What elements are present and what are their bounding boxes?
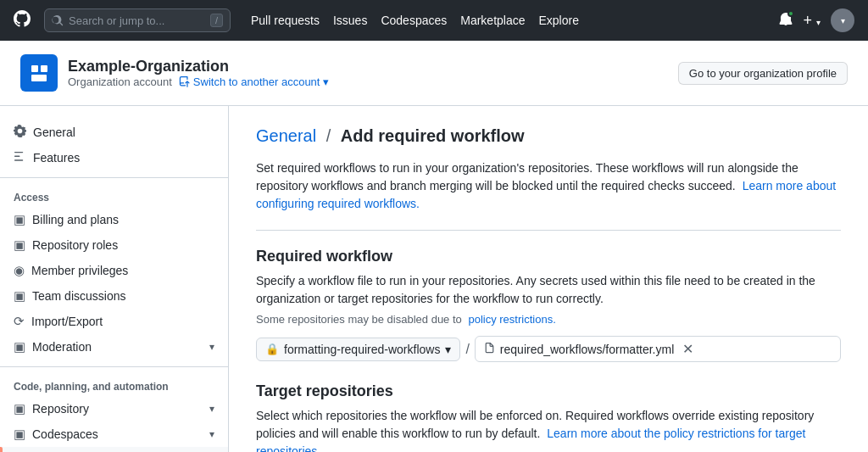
repo-roles-icon: ▣	[14, 237, 25, 253]
topnav-links: Pull requests Issues Codespaces Marketpl…	[251, 14, 579, 27]
sidebar-item-features[interactable]: Features	[0, 145, 228, 170]
workflow-selector: 🔒 formatting-required-workflows ▾ / requ…	[256, 336, 841, 362]
billing-icon: ▣	[14, 212, 25, 227]
sidebar-item-general[interactable]: General	[0, 120, 228, 145]
switch-account-label: Switch to another account	[193, 75, 320, 88]
workflow-file-path: required_workflows/formatter.yml	[500, 343, 674, 356]
sidebar-general-label: General	[33, 126, 75, 139]
workflow-file-input[interactable]: required_workflows/formatter.yml ✕	[475, 336, 841, 362]
org-avatar	[20, 54, 58, 92]
lock-icon: 🔒	[265, 343, 279, 355]
target-repos-section: Target repositories Select which reposit…	[256, 382, 841, 452]
import-export-icon: ⟳	[14, 314, 25, 329]
codespaces-icon: ▣	[14, 427, 25, 442]
org-type: Organization account	[68, 75, 172, 88]
sidebar-item-team-disc[interactable]: ▣ Team discussions	[0, 283, 228, 309]
nav-issues[interactable]: Issues	[333, 14, 367, 27]
sidebar-item-codespaces[interactable]: ▣ Codespaces ▾	[0, 421, 228, 447]
sidebar-features-label: Features	[33, 151, 80, 165]
required-workflow-title: Required workflow	[256, 248, 841, 265]
page-desc-text: Set required workflows to run in your or…	[256, 161, 798, 193]
nav-codespaces[interactable]: Codespaces	[381, 14, 447, 27]
sidebar-item-import-export[interactable]: ⟳ Import/Export	[0, 309, 228, 334]
file-icon	[484, 343, 495, 356]
sidebar-item-member-priv[interactable]: ◉ Member privileges	[0, 258, 228, 283]
sidebar-access-section: Access	[0, 185, 228, 207]
search-bar[interactable]: Search or jump to... /	[44, 8, 231, 32]
target-repos-title: Target repositories	[256, 382, 841, 400]
required-workflow-desc: Specify a workflow file to run in your r…	[256, 272, 841, 308]
workflow-repo-dropdown[interactable]: 🔒 formatting-required-workflows ▾	[256, 338, 460, 361]
moderation-icon: ▣	[14, 339, 25, 354]
sidebar-repo-roles-label: Repository roles	[32, 238, 118, 252]
repository-chevron-icon: ▾	[209, 403, 214, 415]
member-priv-icon: ◉	[14, 263, 25, 278]
moderation-chevron-icon: ▾	[209, 341, 214, 353]
main-body: General Features Access ▣ Billing and pl…	[0, 106, 868, 452]
breadcrumb: General / Add required workflow	[256, 126, 841, 146]
features-icon	[14, 150, 26, 165]
policy-note: Some repositories may be disabled due to…	[256, 313, 841, 326]
breadcrumb-current: Add required workflow	[341, 126, 525, 145]
topnav-right: + ▾ ▾	[779, 8, 854, 32]
search-slash: /	[210, 14, 223, 27]
org-profile-button[interactable]: Go to your organization profile	[678, 62, 848, 85]
workflow-dropdown-chevron: ▾	[445, 343, 451, 356]
sidebar-codespaces-label: Codespaces	[32, 427, 98, 441]
notification-dot	[787, 10, 794, 17]
org-details: Example-Organization Organization accoun…	[68, 58, 329, 88]
sidebar-item-repository[interactable]: ▣ Repository ▾	[0, 396, 228, 421]
breadcrumb-parent-link[interactable]: General	[256, 126, 316, 145]
sidebar-code-section: Code, planning, and automation	[0, 374, 228, 396]
policy-note-text: Some repositories may be disabled due to	[256, 313, 462, 326]
workflow-path-separator: /	[465, 342, 469, 357]
top-navigation: Search or jump to... / Pull requests Iss…	[0, 0, 868, 41]
breadcrumb-separator: /	[326, 126, 331, 145]
sidebar-member-priv-label: Member privileges	[31, 264, 128, 277]
workflow-clear-button[interactable]: ✕	[679, 341, 697, 357]
policy-restrictions-link[interactable]: policy restrictions.	[468, 313, 555, 326]
org-name: Example-Organization	[68, 58, 329, 75]
sidebar-import-export-label: Import/Export	[31, 315, 103, 328]
sidebar-item-repo-roles[interactable]: ▣ Repository roles	[0, 232, 228, 258]
sidebar-moderation-label: Moderation	[32, 340, 92, 354]
plus-menu-button[interactable]: + ▾	[803, 12, 821, 30]
switch-account-link[interactable]: Switch to another account ▾	[179, 75, 330, 88]
codespaces-chevron-icon: ▾	[209, 428, 214, 440]
sidebar-item-billing[interactable]: ▣ Billing and plans	[0, 207, 228, 232]
nav-pull-requests[interactable]: Pull requests	[251, 14, 320, 27]
main-content: General / Add required workflow Set requ…	[229, 106, 868, 452]
workflow-repo-name: formatting-required-workflows	[284, 343, 440, 356]
nav-explore[interactable]: Explore	[539, 14, 579, 27]
github-logo-icon[interactable]	[14, 10, 31, 31]
sidebar-item-actions[interactable]: Actions ▴	[0, 447, 228, 452]
search-text: Search or jump to...	[69, 14, 164, 27]
sidebar-team-disc-label: Team discussions	[32, 289, 126, 303]
sidebar-item-moderation[interactable]: ▣ Moderation ▾	[0, 334, 228, 360]
org-header: Example-Organization Organization accoun…	[0, 41, 868, 106]
user-avatar-button[interactable]: ▾	[831, 8, 854, 32]
gear-icon	[14, 125, 26, 140]
target-repos-desc: Select which repositories the workflow w…	[256, 407, 841, 452]
team-disc-icon: ▣	[14, 288, 25, 304]
sidebar: General Features Access ▣ Billing and pl…	[0, 106, 229, 452]
page-description: Set required workflows to run in your or…	[256, 159, 841, 231]
org-info: Example-Organization Organization accoun…	[20, 54, 329, 92]
notifications-button[interactable]	[779, 12, 793, 29]
sidebar-repository-label: Repository	[32, 402, 89, 416]
nav-marketplace[interactable]: Marketplace	[460, 14, 525, 27]
repository-icon: ▣	[14, 401, 25, 416]
sidebar-billing-label: Billing and plans	[32, 213, 119, 226]
